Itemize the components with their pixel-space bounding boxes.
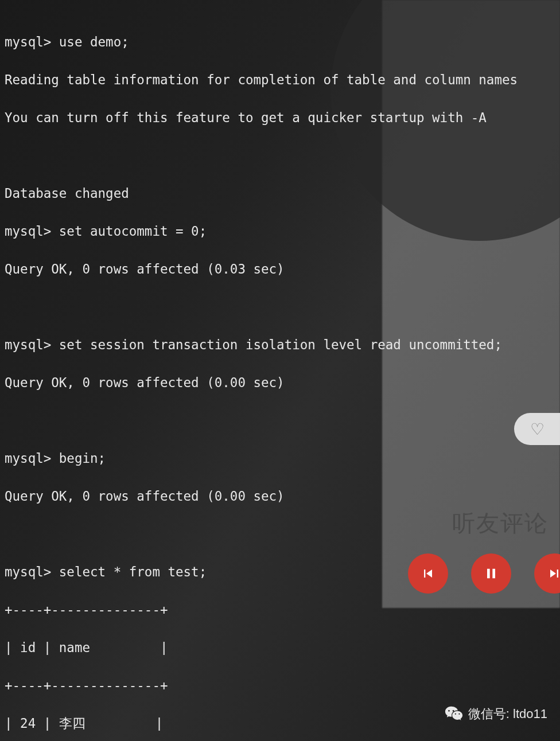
terminal-line: mysql> select * from test; [5, 563, 555, 582]
wechat-label: 微信号: ltdo11 [468, 705, 547, 723]
terminal-line: mysql> begin; [5, 449, 555, 468]
terminal-line: mysql> set session transaction isolation… [5, 336, 555, 354]
terminal-line: mysql> use demo; [5, 33, 555, 52]
table-border: +----+--------------+ [5, 676, 555, 695]
table-header: | id | name | [5, 638, 555, 657]
terminal-line: Query OK, 0 rows affected (0.00 sec) [5, 487, 555, 506]
terminal-line: mysql> set autocommit = 0; [5, 222, 555, 241]
terminal-line [5, 411, 555, 430]
terminal-line: Reading table information for completion… [5, 71, 555, 89]
terminal-line [5, 525, 555, 544]
terminal-line: You can turn off this feature to get a q… [5, 108, 555, 127]
terminal-line [5, 146, 555, 165]
terminal-line [5, 298, 555, 317]
terminal-output[interactable]: mysql> use demo; Reading table informati… [0, 0, 560, 741]
terminal-line: Database changed [5, 184, 555, 203]
terminal-line: Query OK, 0 rows affected (0.03 sec) [5, 260, 555, 279]
wechat-icon [444, 704, 464, 724]
terminal-line: Query OK, 0 rows affected (0.00 sec) [5, 373, 555, 392]
table-border: +----+--------------+ [5, 600, 555, 619]
wechat-watermark: 微信号: ltdo11 [444, 704, 547, 724]
